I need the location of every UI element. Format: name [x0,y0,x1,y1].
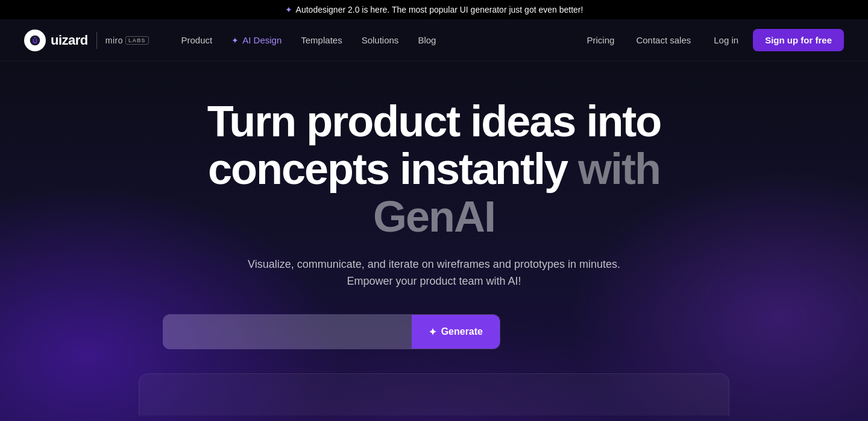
uizard-logo[interactable]: uizard [24,30,88,51]
signup-button[interactable]: Sign up for free [753,29,844,51]
generate-sparkle-icon: ✦ [429,326,436,338]
hero-subtitle: Visualize, communicate, and iterate on w… [229,256,639,291]
ai-sparkle-icon: ✦ [231,36,239,45]
announcement-bar: ✦ Autodesigner 2.0 is here. The most pop… [0,0,868,19]
svg-point-1 [34,37,36,39]
labs-badge: LABS [125,36,149,45]
navbar-right: Pricing Contact sales Log in Sign up for… [579,29,844,51]
nav-item-contact-sales[interactable]: Contact sales [627,30,699,50]
nav-item-product[interactable]: Product [173,30,221,50]
logo-divider [96,32,97,49]
logo-icon [24,30,46,51]
nav-item-ai-design[interactable]: ✦ AI Design [223,30,290,50]
hero-content: Turn product ideas into concepts instant… [163,98,705,349]
announcement-text: Autodesigner 2.0 is here. The most popul… [296,5,583,14]
preview-card-hint [139,373,729,416]
svg-point-0 [30,35,40,45]
navbar-logo: uizard miro LABS [24,30,149,51]
nav-item-templates[interactable]: Templates [292,30,350,50]
hero-section: Turn product ideas into concepts instant… [0,62,868,421]
sparkle-icon: ✦ [285,5,292,14]
miro-labs-logo[interactable]: miro LABS [105,36,149,45]
navbar: uizard miro LABS Product ✦ AI Design Tem… [0,19,868,62]
miro-text: miro [105,36,123,45]
hero-title-part2: concepts instantly [208,145,567,193]
hero-title: Turn product ideas into concepts instant… [163,98,705,241]
logo-text: uizard [51,33,88,48]
nav-item-pricing[interactable]: Pricing [579,30,623,50]
generate-label: Generate [441,326,483,337]
generate-button[interactable]: ✦ Generate [412,315,500,349]
navbar-nav: Product ✦ AI Design Templates Solutions … [173,30,579,50]
generate-bar: ✦ Generate [163,314,500,349]
generate-input[interactable] [163,315,412,349]
hero-title-part1: Turn product ideas into [207,97,661,145]
login-button[interactable]: Log in [704,30,748,50]
nav-item-solutions[interactable]: Solutions [353,30,407,50]
nav-item-blog[interactable]: Blog [409,30,444,50]
